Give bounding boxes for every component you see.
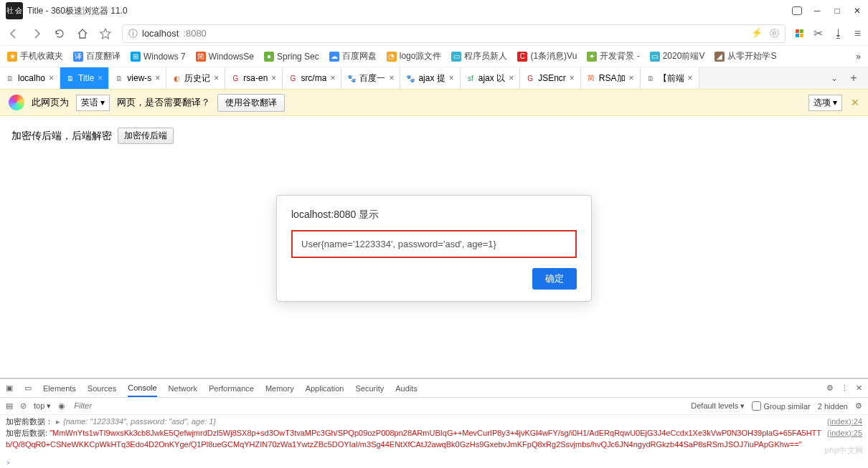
bookmark-item[interactable]: ▭2020前端V: [650, 50, 705, 62]
download-icon[interactable]: ⭳: [833, 27, 844, 40]
bookmark-item[interactable]: 简WindowsSe: [196, 52, 254, 62]
tab-label: src/ma: [301, 73, 326, 83]
tab-close-icon[interactable]: ×: [629, 73, 634, 83]
devtools-tab-elements[interactable]: Elements: [43, 381, 76, 396]
devtools-tab-console[interactable]: Console: [128, 380, 156, 397]
inspect-icon[interactable]: ▣: [6, 383, 13, 393]
translate-close-icon[interactable]: ✕: [851, 97, 859, 108]
browser-tab[interactable]: Gsrc/ma×: [283, 67, 341, 89]
tab-label: rsa-en: [243, 73, 268, 83]
new-tab-button[interactable]: +: [845, 72, 862, 85]
tab-close-icon[interactable]: ×: [688, 73, 693, 83]
clear-console-icon[interactable]: ⊘: [20, 401, 27, 411]
dialog-message: User{name='1223334', password='asd', age…: [291, 230, 577, 258]
browser-tab[interactable]: 🐾ajax 提×: [400, 67, 460, 89]
bookmark-item[interactable]: ⊞Windows 7: [131, 52, 186, 62]
console-sidebar-icon[interactable]: ▤: [6, 401, 13, 411]
back-icon[interactable]: [7, 27, 20, 40]
close-icon[interactable]: ✕: [852, 6, 862, 16]
bookmark-item[interactable]: C(1条消息)Vu: [517, 50, 577, 62]
group-similar-toggle[interactable]: Group similar: [752, 401, 810, 411]
profile-avatar[interactable]: 社 会: [6, 2, 23, 19]
tab-close-icon[interactable]: ×: [570, 73, 575, 83]
devtools-more-icon[interactable]: ⋮: [841, 383, 849, 393]
scissors-icon[interactable]: ✂: [813, 27, 823, 40]
tab-close-icon[interactable]: ×: [98, 73, 103, 83]
bookmarks-overflow-icon[interactable]: »: [856, 52, 861, 62]
log-label: 加密后数据:: [6, 429, 47, 437]
log-levels-select[interactable]: Default levels ▾: [691, 401, 745, 411]
devtools-close-icon[interactable]: ✕: [856, 383, 862, 393]
live-expression-icon[interactable]: ◉: [58, 401, 65, 411]
browser-tab[interactable]: 🗎localho×: [0, 67, 60, 89]
tab-close-icon[interactable]: ×: [214, 73, 219, 83]
tab-close-icon[interactable]: ×: [449, 73, 454, 83]
browser-tab[interactable]: sfajax 以×: [461, 67, 520, 89]
devtools-tab-performance[interactable]: Performance: [209, 381, 254, 396]
devtools-tab-sources[interactable]: Sources: [88, 381, 116, 396]
bookmark-item[interactable]: ✦开发背景 -: [587, 50, 639, 62]
context-select[interactable]: top ▾: [34, 401, 51, 411]
tabs-overflow-icon[interactable]: ⌄: [831, 73, 838, 83]
bookmark-item[interactable]: ●Spring Sec: [264, 52, 319, 62]
tab-label: 历史记: [184, 72, 210, 85]
reload-icon[interactable]: [53, 27, 66, 40]
site-info-icon[interactable]: ⓘ: [128, 27, 138, 40]
dialog-title: localhost:8080 显示: [291, 209, 577, 221]
tab-close-icon[interactable]: ×: [389, 73, 394, 83]
menu-icon[interactable]: ≡: [854, 27, 861, 40]
tab-close-icon[interactable]: ×: [509, 73, 514, 83]
log-value[interactable]: {name: "1223334", password: "asd", age: …: [63, 416, 216, 428]
bookmark-item[interactable]: 译百度翻译: [73, 50, 121, 62]
translate-button[interactable]: 使用谷歌翻译: [217, 94, 285, 112]
device-toolbar-icon[interactable]: ▭: [24, 383, 32, 393]
browser-tab[interactable]: 🗎Title×: [60, 67, 109, 89]
tab-close-icon[interactable]: ×: [49, 73, 54, 83]
devtools-settings-icon[interactable]: ⚙: [826, 383, 834, 393]
browser-tab[interactable]: Grsa-en×: [225, 67, 283, 89]
console-settings-icon[interactable]: ⚙: [855, 401, 862, 411]
dialog-ok-button[interactable]: 确定: [532, 268, 577, 290]
minimize-icon[interactable]: ─: [812, 6, 822, 16]
apps-grid-icon[interactable]: [796, 29, 803, 37]
compat-mode-icon[interactable]: ⓔ: [770, 27, 779, 40]
home-icon[interactable]: [76, 27, 89, 40]
console-prompt[interactable]: ›: [0, 458, 868, 468]
url-port: :8080: [183, 28, 207, 39]
bookmark-item[interactable]: ◔logo源文件: [387, 50, 442, 62]
page-content: 加密传后端，后端解密 加密传后端 localhost:8080 显示 User{…: [0, 116, 868, 378]
devtools-tab-application[interactable]: Application: [306, 381, 344, 396]
devtools-tab-security[interactable]: Security: [355, 381, 384, 396]
log-source-link[interactable]: (index):25: [827, 428, 862, 439]
window-title: Title - 360极速浏览器 11.0: [27, 5, 128, 17]
bookmark-item[interactable]: ◢从零开始学S: [714, 50, 776, 62]
browser-tab[interactable]: 简RSA加×: [581, 67, 641, 89]
devtools-tab-memory[interactable]: Memory: [265, 381, 294, 396]
browser-tab[interactable]: GJSEncr×: [520, 67, 581, 89]
lightning-icon[interactable]: ⚡: [751, 27, 763, 40]
browser-tab[interactable]: ◐历史记×: [166, 67, 225, 89]
hidden-count[interactable]: 2 hidden: [818, 402, 848, 411]
bookmark-item[interactable]: ☁百度网盘: [329, 50, 377, 62]
maximize-icon[interactable]: □: [832, 6, 842, 16]
devtools-tab-audits[interactable]: Audits: [395, 381, 418, 396]
browser-tab[interactable]: 🐾百度一×: [341, 67, 400, 89]
forward-icon[interactable]: [30, 27, 43, 40]
tab-label: view-s: [127, 73, 151, 83]
bookmark-item[interactable]: ★手机收藏夹: [7, 50, 63, 62]
tab-close-icon[interactable]: ×: [155, 73, 160, 83]
browser-tab[interactable]: 🗎【前端×: [641, 67, 699, 89]
star-icon[interactable]: [99, 27, 112, 40]
console-filter-input[interactable]: [72, 400, 230, 412]
sidebar-toggle-icon[interactable]: [792, 6, 802, 16]
browser-tab[interactable]: 🗎view-s×: [109, 67, 166, 89]
encrypt-send-button[interactable]: 加密传后端: [118, 128, 174, 144]
translate-options[interactable]: 选项 ▾: [808, 95, 842, 111]
tab-close-icon[interactable]: ×: [271, 73, 276, 83]
translate-lang-select[interactable]: 英语 ▾: [76, 95, 110, 111]
address-bar[interactable]: ⓘ localhost:8080 ⚡ ⓔ: [122, 24, 786, 43]
log-source-link[interactable]: (index):24: [827, 416, 862, 428]
bookmark-item[interactable]: ▭程序员新人: [451, 50, 507, 62]
devtools-tab-network[interactable]: Network: [169, 381, 197, 396]
tab-close-icon[interactable]: ×: [330, 73, 335, 83]
